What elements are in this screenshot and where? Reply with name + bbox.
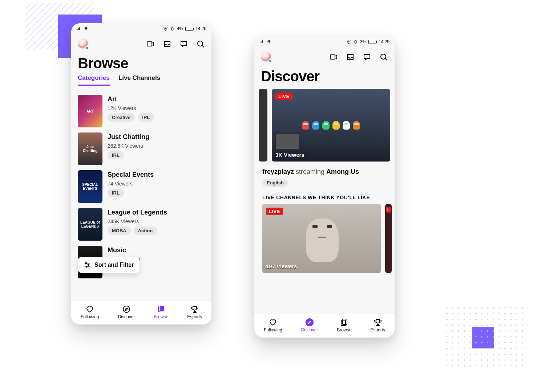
avatar[interactable] (78, 38, 89, 49)
category-viewers: 12K Viewers (108, 105, 154, 111)
category-title: League of Legends (108, 209, 167, 216)
nav-esports[interactable]: Esports (187, 305, 202, 319)
battery-icon (368, 40, 376, 44)
sort-and-filter-button[interactable]: Sort and Filter (78, 257, 140, 273)
category-viewers: 245K Viewers (108, 219, 167, 224)
nav-browse[interactable]: Browse (337, 318, 351, 332)
svg-point-5 (88, 264, 89, 265)
status-bar: 3% 14:29 (254, 36, 395, 47)
tab-categories[interactable]: Categories (78, 74, 110, 86)
nav-following[interactable]: Following (264, 318, 282, 332)
rec-card-next[interactable]: L (385, 204, 392, 273)
game-name: Among Us (326, 168, 359, 175)
svg-rect-12 (330, 55, 335, 59)
sort-filter-label: Sort and Filter (94, 262, 134, 268)
category-thumb: Just Chatting (78, 132, 102, 165)
broadcast-icon[interactable] (146, 40, 155, 48)
category-thumb: SPECIAL EVENTS (78, 170, 102, 203)
phone-discover: 3% 14:29 Discover (254, 36, 395, 338)
category-tags: IRL (108, 189, 154, 197)
rec-card[interactable]: LIVE 197 Viewers (262, 204, 381, 273)
chat-icon[interactable] (179, 40, 188, 48)
chat-icon[interactable] (363, 53, 371, 61)
search-icon[interactable] (379, 53, 388, 61)
status-time: 14:29 (379, 39, 389, 44)
vibrate-icon (353, 40, 358, 44)
category-tag[interactable]: Action (134, 226, 157, 235)
tabs: Categories Live Channels (71, 74, 211, 90)
hero-card[interactable]: LIVE 3K Viewers (272, 89, 390, 162)
page-title: Browse (71, 49, 211, 74)
browse-icon (340, 318, 348, 327)
section-header: LIVE CHANNELS WE THINK YOU'LL LIKE (254, 192, 395, 204)
alarm-icon (163, 26, 168, 31)
hero-card-prev[interactable] (259, 89, 267, 162)
signal-icon (76, 26, 81, 31)
live-badge: LIVE (266, 208, 283, 215)
compass-icon (122, 305, 131, 314)
compass-icon (305, 318, 314, 327)
discover-scroll[interactable]: LIVE 3K Viewers LI freyzplayz streaming … (254, 87, 395, 314)
rec-viewers: 197 Viewers (266, 263, 297, 269)
bottom-nav: Following Discover Browse Esports (254, 314, 395, 338)
svg-point-6 (86, 266, 87, 267)
inbox-icon[interactable] (163, 40, 171, 48)
search-icon[interactable] (196, 40, 205, 48)
category-row[interactable]: ART Art 12K Viewers CreativeIRL (78, 95, 205, 127)
nav-esports[interactable]: Esports (370, 318, 385, 332)
inbox-icon[interactable] (346, 53, 355, 61)
rec-thumbnail (306, 219, 339, 262)
nav-following[interactable]: Following (81, 305, 99, 319)
category-tags: MOBAAction (108, 226, 167, 235)
category-row[interactable]: SPECIAL EVENTS Special Events 74 Viewers… (78, 170, 205, 203)
category-tag[interactable]: IRL (108, 151, 124, 159)
category-row[interactable]: Just Chatting Just Chatting 262.6K Viewe… (78, 132, 205, 165)
category-thumb: LEAGUE of LEGENDS (78, 208, 102, 241)
category-tag[interactable]: IRL (108, 189, 124, 197)
sliders-icon (84, 261, 91, 269)
app-header (71, 34, 211, 49)
stream-meta[interactable]: freyzplayz streaming Among Us (254, 162, 395, 178)
category-thumb: ART (78, 95, 102, 127)
category-tag[interactable]: MOBA (108, 226, 131, 235)
svg-rect-1 (171, 27, 173, 30)
battery-icon (185, 27, 193, 31)
status-bar: 4% 14:26 (71, 23, 211, 34)
battery-pct: 4% (177, 26, 183, 31)
streamer-name: freyzplayz (262, 168, 294, 175)
trophy-icon (374, 318, 382, 327)
category-tags: CreativeIRL (108, 113, 154, 122)
hero-tags: English (254, 178, 395, 192)
category-viewers: 74 Viewers (108, 181, 154, 187)
category-tag[interactable]: Creative (108, 113, 135, 122)
category-tag[interactable]: IRL (138, 113, 154, 122)
avatar[interactable] (261, 52, 272, 62)
nav-discover[interactable]: Discover (118, 305, 135, 319)
browse-icon (157, 305, 165, 314)
category-title: Music (108, 246, 140, 254)
vibrate-icon (170, 26, 175, 31)
tab-live-channels[interactable]: Live Channels (118, 74, 160, 86)
heart-icon (269, 318, 277, 327)
category-title: Just Chatting (108, 133, 149, 141)
svg-point-7 (123, 306, 130, 313)
category-scroll[interactable]: ART Art 12K Viewers CreativeIRL Just Cha… (71, 90, 211, 301)
category-row[interactable]: LEAGUE of LEGENDS League of Legends 245K… (78, 208, 205, 241)
nav-browse[interactable]: Browse (154, 305, 168, 319)
hero-carousel[interactable]: LIVE 3K Viewers LI (254, 87, 395, 162)
app-header (254, 47, 395, 62)
svg-rect-9 (160, 306, 164, 311)
hero-facecam (275, 133, 299, 149)
svg-rect-11 (355, 40, 356, 43)
lang-tag[interactable]: English (262, 179, 288, 187)
heart-icon (85, 305, 94, 314)
wifi-icon (267, 39, 272, 44)
broadcast-icon[interactable] (329, 53, 338, 61)
svg-rect-2 (147, 42, 152, 46)
nav-discover[interactable]: Discover (301, 318, 318, 332)
battery-pct: 3% (360, 39, 366, 44)
recommended-carousel[interactable]: LIVE 197 Viewers L (254, 204, 395, 273)
hero-viewers: 3K Viewers (275, 152, 304, 158)
svg-point-4 (85, 262, 86, 264)
live-badge: L (386, 207, 391, 213)
